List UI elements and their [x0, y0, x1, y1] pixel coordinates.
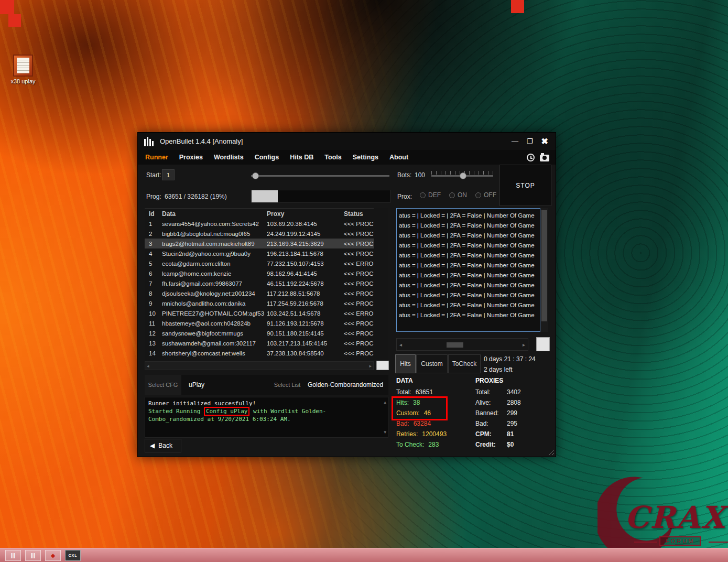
menu-item-wordlists[interactable]: Wordlists	[214, 154, 244, 161]
tab-custom[interactable]: Custom	[416, 354, 448, 373]
tab-hits[interactable]: Hits	[395, 354, 416, 373]
menu-item-about[interactable]: About	[389, 154, 408, 161]
table-row[interactable]: 13sushawamdeh@gmail.com:302117103.217.21…	[145, 338, 374, 348]
menu-item-proxies[interactable]: Proxies	[179, 154, 203, 161]
stat-hits: Hits:38	[396, 397, 483, 408]
cell-data: PINETREE27@HOTMAIL.COM:agf53	[162, 310, 267, 317]
progress-label: Prog:	[146, 193, 161, 200]
menu-item-configs[interactable]: Configs	[255, 154, 279, 161]
title-bar[interactable]: OpenBullet 1.4.4 [Anomaly] — ❐ ✖	[138, 133, 556, 150]
desktop-icon-x38-uplay[interactable]: x38 uplay	[6, 55, 40, 84]
table-row[interactable]: 4Stucin2nd@yahoo.com:gj9bua0y196.213.184…	[145, 248, 374, 258]
start-slider[interactable]	[251, 175, 389, 177]
menu-item-runner[interactable]: Runner	[145, 154, 168, 161]
cxl-app-icon[interactable]: CXL	[65, 550, 81, 561]
close-button[interactable]: ✖	[541, 137, 548, 146]
detail-vertical-scrollbar[interactable]	[540, 208, 548, 332]
radio-icon	[475, 192, 481, 198]
config-name: uPlay	[189, 381, 204, 388]
combo-table[interactable]: Id Data Proxy Status 1sevans4554@yahoo.c…	[145, 208, 374, 370]
table-row[interactable]: 11hbastemeye@aol.com:h042824b91.126.193.…	[145, 318, 374, 328]
table-row[interactable]: 6lcamp@home.com:kenzie98.162.96.41:4145<…	[145, 268, 374, 278]
detail-line: atus = | Locked = | 2FA = False | Number…	[399, 271, 538, 280]
cell-status: <<< PROC	[344, 330, 374, 337]
screenshot-icon[interactable]	[540, 155, 549, 161]
tab-tocheck[interactable]: ToCheck	[448, 354, 481, 373]
stat-bad: Bad:63284	[396, 418, 483, 429]
openbullet-app-icon[interactable]: |||	[5, 550, 21, 561]
cell-proxy: 103.242.51.14:5678	[267, 310, 344, 317]
cell-data: bigbb1@sbcglobal.net:moag0f65	[162, 231, 267, 237]
header-id[interactable]: Id	[145, 210, 162, 218]
desktop-icon-label: x38 uplay	[6, 78, 40, 84]
scroll-left-icon[interactable]: ◂	[399, 342, 402, 348]
stop-button[interactable]: STOP	[499, 165, 551, 206]
cell-data: shortsheryl@comcast.net:wells	[162, 350, 267, 356]
table-row[interactable]: 14shortsheryl@comcast.net:wells37.238.13…	[145, 348, 374, 358]
document-icon	[13, 55, 33, 77]
back-button[interactable]: ◀ Back	[145, 439, 181, 452]
table-row[interactable]: 10PINETREE27@HOTMAIL.COM:agf53103.242.51…	[145, 308, 374, 318]
bots-slider[interactable]	[431, 175, 493, 177]
cell-status: <<< ERRO	[344, 261, 374, 267]
header-proxy[interactable]: Proxy	[267, 210, 344, 218]
table-row[interactable]: 5ecota@gdarm.com:clifton77.232.150.107:4…	[145, 258, 374, 268]
detail-line: atus = | Locked = | 2FA = False | Number…	[399, 211, 538, 221]
taskbar[interactable]: ||||||◆CXL	[0, 548, 728, 562]
start-slider-thumb[interactable]	[252, 172, 259, 179]
scroll-left-icon[interactable]: ◂	[147, 363, 149, 369]
data-stats-title: DATA	[396, 377, 483, 384]
select-list-button[interactable]: Select List	[272, 375, 302, 395]
menu-item-settings[interactable]: Settings	[353, 154, 378, 161]
cell-data: djsoulseeka@knology.net:z001234	[162, 290, 267, 297]
select-cfg-button[interactable]: Select CFG	[145, 375, 181, 395]
table-row[interactable]: 12sandysnowe@bigfoot:mrmugs90.151.180.21…	[145, 328, 374, 338]
scroll-up-icon[interactable]: ▲	[384, 398, 386, 406]
data-stats-rows: Total:63651Hits:38Custom:46Bad:63284Retr…	[396, 387, 483, 450]
red-app-icon[interactable]: ◆	[45, 550, 61, 561]
scrollbar-thumb[interactable]	[541, 210, 547, 321]
menu-bar: RunnerProxiesWordlistsConfigsHits DBTool…	[138, 150, 556, 165]
window-title: OpenBullet 1.4.4 [Anomaly]	[160, 137, 243, 145]
scroll-right-icon[interactable]: ▸	[369, 363, 372, 369]
table-row[interactable]: 3trags2@hotmail.com:mackieholt89213.169.…	[145, 239, 374, 248]
watermark-title: CRAX	[625, 500, 725, 535]
scroll-right-icon[interactable]: ▸	[523, 342, 525, 348]
runner-log[interactable]: Runner initialized succesfully! Started …	[145, 397, 388, 438]
crax-watermark: CRAX FORUM	[597, 474, 728, 558]
cell-data: hbastemeye@aol.com:h042824b	[162, 320, 267, 327]
timer-reset-icon[interactable]	[527, 154, 535, 161]
prox-radio-def[interactable]: DEF	[420, 191, 441, 199]
menu-item-hits-db[interactable]: Hits DB	[290, 154, 313, 161]
header-data[interactable]: Data	[162, 210, 267, 218]
bot-detail-panel[interactable]: atus = | Locked = | 2FA = False | Number…	[396, 208, 540, 332]
openbullet-logo-icon	[144, 137, 154, 146]
scrollbar-thumb[interactable]	[447, 342, 463, 348]
bots-slider-thumb[interactable]	[460, 172, 466, 179]
table-row[interactable]: 2bigbb1@sbcglobal.net:moag0f6524.249.199…	[145, 229, 374, 239]
elapsed-time: 0 days 21 : 37 : 24	[484, 355, 536, 363]
openbullet-window-icon[interactable]: |||	[25, 550, 41, 561]
scrollbar-corner-box	[536, 337, 550, 351]
proxies-stats-title: PROXIES	[475, 377, 551, 384]
log-line: Combo_randomized at 9/20/2021 6:03:24 AM…	[148, 415, 381, 423]
header-status[interactable]: Status	[344, 210, 374, 218]
cell-data: fh.farsi@gmail.com:99863077	[162, 280, 267, 287]
minimize-button[interactable]: —	[512, 138, 518, 145]
cell-proxy: 103.217.213.145:4145	[267, 340, 344, 347]
maximize-button[interactable]: ❐	[527, 138, 533, 145]
cell-data: sevans4554@yahoo.com:Secrets42	[162, 221, 267, 227]
start-input[interactable]	[162, 169, 175, 180]
table-row[interactable]: 7fh.farsi@gmail.com:9986307746.151.192.2…	[145, 278, 374, 288]
stat-total: Total:63651	[396, 387, 483, 397]
table-row[interactable]: 1sevans4554@yahoo.com:Secrets42103.69.20…	[145, 219, 374, 229]
table-horizontal-scrollbar[interactable]: ◂ ▸	[145, 361, 374, 370]
prox-radio-off[interactable]: OFF	[475, 191, 496, 199]
detail-horizontal-scrollbar[interactable]: ◂ ▸	[396, 338, 528, 351]
prox-radio-on[interactable]: ON	[449, 191, 467, 199]
table-row[interactable]: 9mnichols@andlitho.com:danika117.254.59.…	[145, 298, 374, 308]
table-row[interactable]: 8djsoulseeka@knology.net:z001234117.212.…	[145, 288, 374, 298]
menu-item-tools[interactable]: Tools	[324, 154, 341, 161]
radio-label: ON	[458, 191, 467, 199]
scroll-down-icon[interactable]: ▼	[384, 428, 386, 436]
